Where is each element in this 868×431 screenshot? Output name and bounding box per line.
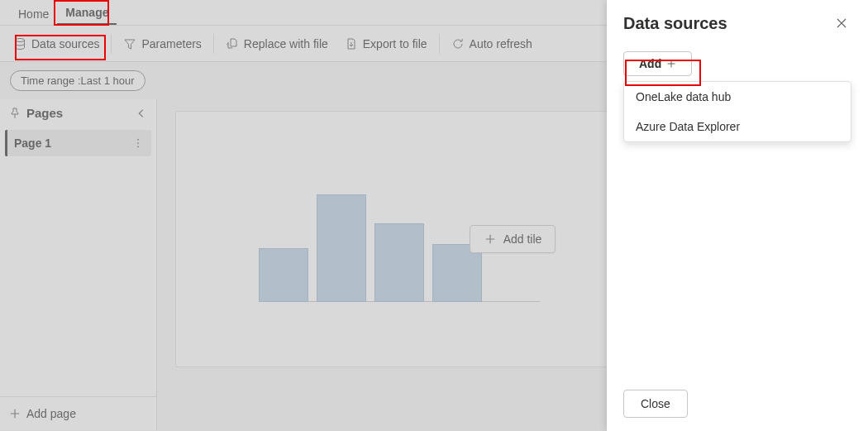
replace-label: Replace with file [244, 37, 328, 50]
time-range-pill[interactable]: Time range : Last 1 hour [10, 70, 145, 91]
refresh-icon [451, 37, 465, 50]
highlight-box [15, 35, 106, 60]
export-button[interactable]: Export to file [336, 32, 436, 55]
parameters-label: Parameters [141, 37, 201, 50]
page-item[interactable]: Page 1 [5, 130, 151, 156]
close-icon[interactable] [832, 13, 851, 33]
chart-bar [317, 194, 366, 302]
pages-sidebar: Pages Page 1 Add page [0, 99, 157, 430]
highlight-box [625, 60, 701, 86]
toolbar-separator [213, 34, 214, 54]
add-page-label: Add page [26, 407, 76, 420]
add-tile-button[interactable]: Add tile [470, 225, 556, 253]
filter-icon [123, 37, 136, 50]
chevron-left-icon[interactable] [135, 107, 148, 120]
panel-footer: Close [623, 390, 851, 418]
time-range-prefix: Time range : [21, 74, 81, 87]
panel-header: Data sources [623, 13, 851, 33]
pin-icon [8, 107, 21, 120]
chart-bar [374, 223, 424, 302]
dropdown-item-onelake[interactable]: OneLake data hub [624, 82, 851, 112]
svg-point-1 [137, 139, 139, 141]
svg-point-2 [137, 142, 139, 144]
parameters-button[interactable]: Parameters [115, 32, 209, 55]
panel-title: Data sources [623, 14, 727, 33]
more-icon[interactable] [131, 136, 145, 150]
export-file-icon [345, 37, 358, 50]
toolbar-separator [439, 34, 440, 54]
export-label: Export to file [363, 37, 427, 50]
add-tile-label: Add tile [503, 232, 542, 246]
plus-icon [484, 232, 497, 246]
replace-file-icon [226, 37, 239, 50]
dropdown-item-adx[interactable]: Azure Data Explorer [624, 112, 851, 141]
page-item-label: Page 1 [14, 136, 51, 150]
close-button[interactable]: Close [623, 390, 688, 418]
highlight-box [54, 0, 109, 26]
time-range-value: Last 1 hour [81, 74, 135, 87]
svg-point-3 [137, 146, 139, 148]
replace-button[interactable]: Replace with file [217, 32, 336, 55]
add-page-button[interactable]: Add page [0, 396, 156, 430]
tab-home[interactable]: Home [10, 2, 57, 25]
autorefresh-label: Auto refresh [470, 37, 532, 50]
chart-bar [259, 248, 308, 302]
plus-icon [8, 407, 21, 420]
toolbar-separator [111, 34, 112, 54]
add-dropdown: OneLake data hub Azure Data Explorer [623, 81, 851, 142]
placeholder-chart [259, 161, 498, 302]
page-list: Page 1 [0, 127, 156, 396]
autorefresh-button[interactable]: Auto refresh [443, 32, 541, 55]
sidebar-title: Pages [26, 106, 63, 120]
sidebar-header: Pages [0, 99, 156, 127]
